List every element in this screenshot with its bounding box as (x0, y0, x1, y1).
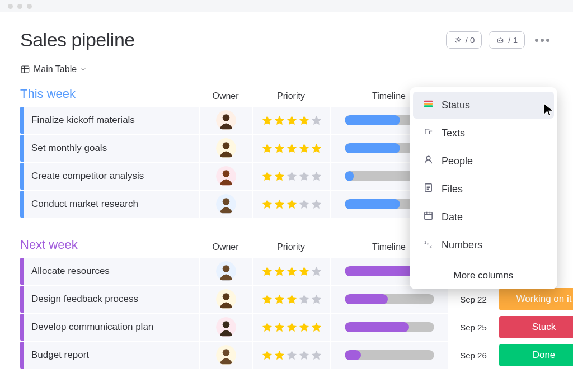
group-title[interactable]: Next week (20, 238, 199, 254)
priority-cell[interactable] (253, 258, 330, 285)
table-row[interactable]: Design feedback process Sep 22 Working o… (20, 286, 553, 313)
timeline-cell[interactable] (331, 286, 448, 313)
date-icon (423, 210, 434, 224)
owner-cell[interactable] (200, 135, 252, 162)
automations-pill[interactable]: / 1 (489, 31, 525, 49)
date-cell[interactable]: Sep 22 (449, 286, 498, 313)
avatar[interactable] (216, 138, 236, 158)
owner-cell[interactable] (200, 342, 252, 369)
date-cell[interactable]: Sep 26 (449, 342, 498, 369)
text-icon (423, 126, 434, 140)
table-icon (20, 64, 30, 74)
priority-cell[interactable] (253, 191, 330, 218)
task-name-cell[interactable]: Conduct market research (20, 191, 199, 218)
task-name-cell[interactable]: Allocate resources (20, 258, 199, 285)
col-head-owner[interactable]: Owner (199, 242, 252, 254)
progress-fill (345, 115, 400, 125)
col-head-owner[interactable]: Owner (199, 91, 252, 103)
col-head-priority[interactable]: Priority (252, 242, 330, 254)
more-columns-button[interactable]: More columns (410, 262, 557, 289)
star-rating[interactable] (261, 294, 322, 305)
avatar[interactable] (216, 110, 236, 130)
task-name: Design feedback process (31, 294, 138, 305)
group-title[interactable]: This week (20, 87, 199, 103)
column-type-date[interactable]: Date (413, 204, 554, 230)
pin-count: / 0 (466, 35, 475, 45)
owner-cell[interactable] (200, 163, 252, 190)
svg-rect-3 (21, 66, 29, 73)
status-chip[interactable]: Stuck (499, 316, 573, 338)
avatar[interactable] (216, 194, 236, 214)
svg-rect-0 (498, 39, 503, 42)
task-name: Conduct market research (31, 199, 138, 210)
traffic-light-zoom[interactable] (27, 4, 32, 9)
priority-cell[interactable] (253, 135, 330, 162)
view-switcher[interactable]: Main Table (20, 64, 553, 74)
avatar[interactable] (216, 166, 236, 186)
avatar[interactable] (216, 261, 236, 281)
priority-cell[interactable] (253, 342, 330, 369)
col-head-priority[interactable]: Priority (252, 91, 330, 103)
board-title: Sales pipeline (20, 29, 135, 51)
timeline-cell[interactable] (331, 342, 448, 369)
star-rating[interactable] (261, 322, 322, 333)
task-name-cell[interactable]: Set monthly goals (20, 135, 199, 162)
priority-cell[interactable] (253, 286, 330, 313)
status-cell[interactable]: Done (499, 342, 573, 369)
column-type-files[interactable]: Files (413, 176, 554, 202)
timeline-cell[interactable] (331, 314, 448, 341)
progress-bar[interactable] (345, 350, 434, 360)
task-name-cell[interactable]: Design feedback process (20, 286, 199, 313)
priority-cell[interactable] (253, 107, 330, 134)
owner-cell[interactable] (200, 314, 252, 341)
status-chip[interactable]: Working on it (499, 288, 573, 310)
star-rating[interactable] (261, 199, 322, 210)
avatar[interactable] (216, 345, 236, 365)
star-rating[interactable] (261, 350, 322, 361)
task-name-cell[interactable]: Create competitor analysis (20, 163, 199, 190)
priority-cell[interactable] (253, 163, 330, 190)
star-rating[interactable] (261, 266, 322, 277)
status-cell[interactable]: Working on it (499, 286, 573, 313)
task-name-cell[interactable]: Finalize kickoff materials (20, 107, 199, 134)
status-chip[interactable]: Done (499, 344, 573, 366)
avatar[interactable] (216, 317, 236, 337)
owner-cell[interactable] (200, 191, 252, 218)
svg-point-17 (223, 321, 230, 328)
star-rating[interactable] (261, 143, 322, 154)
numbers-icon: 123 (423, 238, 434, 252)
progress-bar[interactable] (345, 322, 434, 332)
svg-point-2 (501, 40, 502, 41)
svg-rect-25 (425, 212, 432, 219)
date-cell[interactable]: Sep 25 (449, 314, 498, 341)
people-icon (423, 154, 434, 168)
owner-cell[interactable] (200, 258, 252, 285)
progress-fill (345, 199, 400, 209)
integrations-pill[interactable]: / 0 (446, 31, 482, 49)
owner-cell[interactable] (200, 286, 252, 313)
plug-icon (453, 36, 462, 45)
column-type-people[interactable]: People (413, 148, 554, 174)
svg-text:3: 3 (429, 244, 431, 249)
column-type-dropdown: StatusTextsPeopleFilesDate123Numbers Mor… (410, 87, 557, 289)
traffic-light-close[interactable] (8, 4, 13, 9)
owner-cell[interactable] (200, 107, 252, 134)
traffic-light-minimize[interactable] (17, 4, 22, 9)
priority-cell[interactable] (253, 314, 330, 341)
star-rating[interactable] (261, 171, 322, 182)
table-row[interactable]: Budget report Sep 26 Done (20, 342, 553, 369)
status-cell[interactable]: Stuck (499, 314, 573, 341)
task-name-cell[interactable]: Develop communication plan (20, 314, 199, 341)
svg-text:1: 1 (424, 240, 426, 245)
avatar[interactable] (216, 289, 236, 309)
table-row[interactable]: Develop communication plan Sep 25 Stuck (20, 314, 553, 341)
progress-bar[interactable] (345, 294, 434, 304)
task-name-cell[interactable]: Budget report (20, 342, 199, 369)
column-type-numbers[interactable]: 123Numbers (413, 232, 554, 258)
column-type-label: Date (442, 211, 463, 223)
board-more-button[interactable] (532, 35, 553, 45)
column-type-label: Files (442, 183, 463, 195)
column-type-text[interactable]: Texts (413, 120, 554, 147)
column-type-status[interactable]: Status (413, 92, 554, 119)
star-rating[interactable] (261, 115, 322, 126)
